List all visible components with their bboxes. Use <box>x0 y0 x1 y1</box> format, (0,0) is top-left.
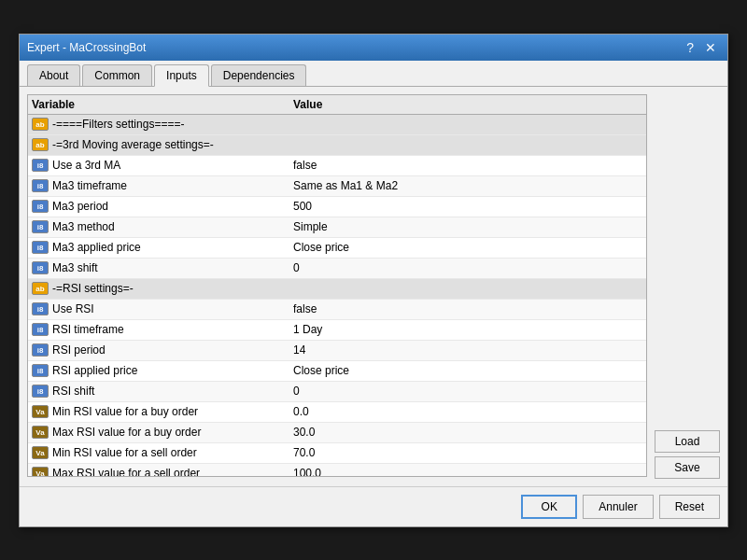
int-icon: i8 <box>32 385 49 398</box>
cell-variable: i8RSI period <box>32 343 293 357</box>
variable-name: Use a 3rd MA <box>52 159 120 172</box>
table-body[interactable]: ab-====Filters settings====-ab-=3rd Movi… <box>28 115 646 476</box>
cell-variable: i8Ma3 timeframe <box>32 179 293 192</box>
bottom-bar: OK Annuler Reset <box>20 486 727 526</box>
table-header: Variable Value <box>28 95 646 115</box>
cell-value: 0 <box>293 261 642 274</box>
tab-inputs[interactable]: Inputs <box>154 64 209 87</box>
table-row[interactable]: VaMax RSI value for a sell order100.0 <box>28 464 646 476</box>
tab-bar: About Common Inputs Dependencies <box>20 61 727 87</box>
ab-icon: ab <box>32 282 49 295</box>
variable-name: Ma3 shift <box>52 261 98 274</box>
variable-name: Min RSI value for a buy order <box>52 405 198 418</box>
cell-variable: VaMin RSI value for a buy order <box>32 405 293 418</box>
table-row[interactable]: i8Use a 3rd MAfalse <box>28 156 646 176</box>
tab-common[interactable]: Common <box>82 64 152 86</box>
cell-variable: i8RSI timeframe <box>32 323 293 336</box>
table-row[interactable]: i8RSI shift0 <box>28 382 646 402</box>
variable-name: Max RSI value for a buy order <box>52 426 201 439</box>
variable-name: Ma3 period <box>52 200 108 213</box>
cell-value: false <box>293 302 642 315</box>
content-area: Variable Value ab-====Filters settings==… <box>20 87 727 486</box>
cell-variable: ab-=RSI settings=- <box>32 282 293 295</box>
int-icon: i8 <box>32 179 49 192</box>
dialog-title: Expert - MaCrossingBot <box>27 41 146 54</box>
cell-variable: i8RSI shift <box>32 385 293 398</box>
table-row[interactable]: i8RSI applied priceClose price <box>28 361 646 382</box>
ok-button[interactable]: OK <box>521 495 577 519</box>
variable-name: RSI applied price <box>52 364 137 377</box>
va-icon: Va <box>32 467 49 476</box>
variable-name: Ma3 applied price <box>52 241 141 254</box>
variable-name: RSI timeframe <box>52 323 124 336</box>
save-button[interactable]: Save <box>655 456 720 479</box>
int-icon: i8 <box>32 159 49 172</box>
title-bar: Expert - MaCrossingBot ? ✕ <box>20 35 727 61</box>
help-button[interactable]: ? <box>683 41 698 54</box>
int-icon: i8 <box>32 200 49 213</box>
table-row[interactable]: ab-=3rd Moving average settings=- <box>28 135 646 156</box>
int-icon: i8 <box>32 261 49 274</box>
close-button[interactable]: ✕ <box>701 41 720 54</box>
ab-icon: ab <box>32 138 49 151</box>
int-icon: i8 <box>32 343 49 357</box>
cell-variable: VaMax RSI value for a sell order <box>32 467 293 476</box>
int-icon: i8 <box>32 364 49 377</box>
cell-value: Close price <box>293 364 642 377</box>
cell-variable: ab-====Filters settings====- <box>32 118 293 131</box>
cell-variable: i8Use RSI <box>32 302 293 315</box>
cell-variable: i8Ma3 method <box>32 220 293 233</box>
int-icon: i8 <box>32 220 49 233</box>
table-row[interactable]: i8Ma3 period500 <box>28 197 646 217</box>
table-row[interactable]: i8RSI period14 <box>28 341 646 361</box>
va-icon: Va <box>32 426 49 439</box>
variable-name: Max RSI value for a sell order <box>52 467 200 476</box>
cell-value: Simple <box>293 220 642 233</box>
cell-variable: i8Ma3 period <box>32 200 293 213</box>
side-buttons: Load Save <box>655 94 720 479</box>
tab-dependencies[interactable]: Dependencies <box>211 64 307 86</box>
table-row[interactable]: i8Ma3 shift0 <box>28 259 646 279</box>
cell-variable: ab-=3rd Moving average settings=- <box>32 138 293 151</box>
cell-variable: VaMin RSI value for a sell order <box>32 446 293 459</box>
table-row[interactable]: VaMax RSI value for a buy order30.0 <box>28 423 646 443</box>
table-row[interactable]: i8Use RSIfalse <box>28 300 646 320</box>
variable-name: Min RSI value for a sell order <box>52 446 197 459</box>
tab-about[interactable]: About <box>27 64 80 86</box>
table-row[interactable]: i8Ma3 applied priceClose price <box>28 238 646 259</box>
cell-value: Same as Ma1 & Ma2 <box>293 179 642 192</box>
table-row[interactable]: ab-====Filters settings====- <box>28 115 646 135</box>
parameters-table: Variable Value ab-====Filters settings==… <box>27 94 647 477</box>
table-row[interactable]: i8Ma3 methodSimple <box>28 217 646 238</box>
variable-name: Ma3 timeframe <box>52 179 127 192</box>
cell-value: 100.0 <box>293 467 642 476</box>
reset-button[interactable]: Reset <box>659 495 720 519</box>
variable-name: RSI shift <box>52 385 94 398</box>
cell-value: 0 <box>293 385 642 398</box>
cell-variable: VaMax RSI value for a buy order <box>32 426 293 439</box>
cell-variable: i8Use a 3rd MA <box>32 159 293 172</box>
variable-name: RSI period <box>52 343 106 357</box>
cell-variable: i8Ma3 applied price <box>32 241 293 254</box>
cell-value: 14 <box>293 343 642 357</box>
cell-variable: i8Ma3 shift <box>32 261 293 274</box>
table-row[interactable]: VaMin RSI value for a buy order0.0 <box>28 402 646 423</box>
load-button[interactable]: Load <box>655 430 720 453</box>
table-row[interactable]: VaMin RSI value for a sell order70.0 <box>28 443 646 464</box>
cell-value: 1 Day <box>293 323 642 336</box>
variable-name: -====Filters settings====- <box>52 118 184 131</box>
header-variable: Variable <box>32 98 293 111</box>
cell-value: 30.0 <box>293 426 642 439</box>
cell-value: false <box>293 159 642 172</box>
cancel-button[interactable]: Annuler <box>583 495 653 519</box>
variable-name: -=RSI settings=- <box>52 282 134 295</box>
dialog: Expert - MaCrossingBot ? ✕ About Common … <box>19 34 728 527</box>
table-row[interactable]: ab-=RSI settings=- <box>28 279 646 300</box>
title-bar-buttons: ? ✕ <box>683 41 720 54</box>
table-row[interactable]: i8RSI timeframe1 Day <box>28 320 646 341</box>
table-row[interactable]: i8Ma3 timeframeSame as Ma1 & Ma2 <box>28 176 646 197</box>
variable-name: -=3rd Moving average settings=- <box>52 138 214 151</box>
cell-value: 500 <box>293 200 642 213</box>
int-icon: i8 <box>32 241 49 254</box>
cell-variable: i8RSI applied price <box>32 364 293 377</box>
